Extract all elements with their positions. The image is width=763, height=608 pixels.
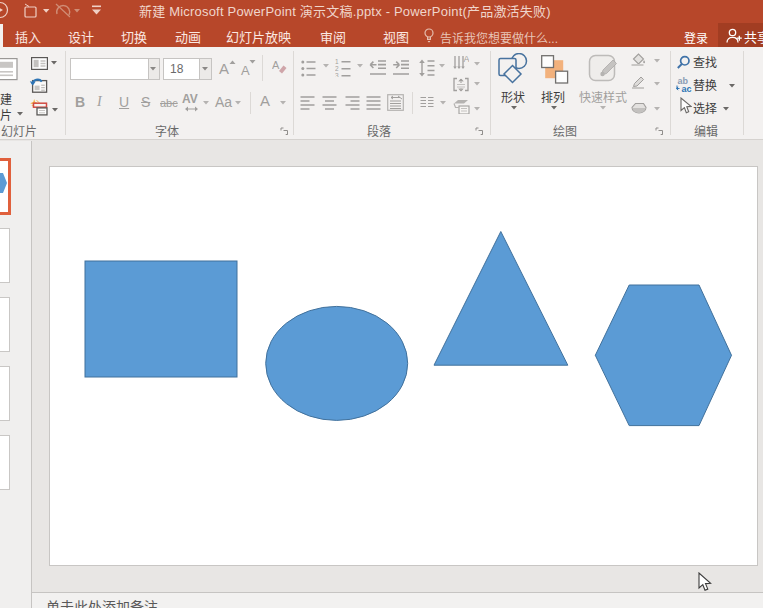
svg-text:A: A bbox=[272, 59, 280, 71]
svg-text:3: 3 bbox=[335, 72, 339, 78]
svg-text:A: A bbox=[464, 55, 470, 64]
svg-text:ac: ac bbox=[682, 84, 692, 93]
